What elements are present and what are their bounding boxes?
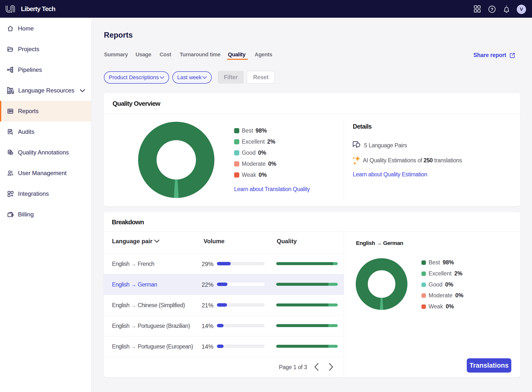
svg-text:?: ? <box>491 7 493 12</box>
